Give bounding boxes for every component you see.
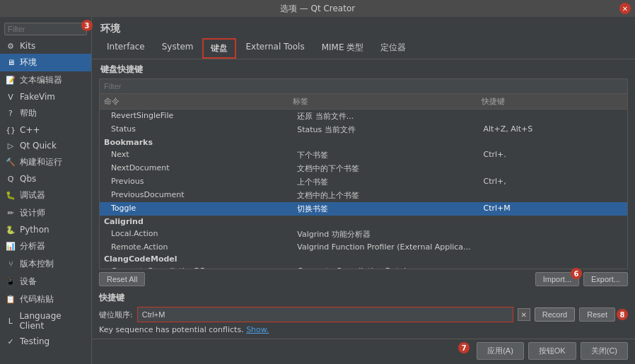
table-row[interactable]: Local.ActionValgrind 功能分析器: [100, 228, 627, 241]
conflict-warning: Key sequence has potential conflicts. Sh…: [99, 325, 628, 336]
reset-all-button[interactable]: Reset All: [99, 272, 145, 286]
sidebar-item-kits[interactable]: ⚙Kits: [0, 38, 91, 54]
sidebar-icon-env: 🖥: [6, 58, 16, 68]
row-shortcut: [484, 163, 623, 174]
section-title: 环境: [92, 17, 635, 38]
show-conflicts-link[interactable]: Show.: [246, 325, 269, 334]
sidebar-label-help: 帮助: [20, 107, 37, 119]
sidebar-label-build-run: 构建和运行: [20, 156, 62, 168]
window-title: 选项 — Qt Creator: [280, 3, 355, 15]
tab-interface[interactable]: Interface: [99, 38, 153, 59]
row-label: [293, 254, 482, 264]
sidebar-item-text-editor[interactable]: 📝文本编辑器: [0, 71, 91, 89]
key-sequence-input[interactable]: [137, 307, 513, 322]
row-label: Valgrind 功能分析器: [297, 229, 483, 240]
cancel-button[interactable]: 关闭(C): [581, 342, 628, 360]
sidebar-label-clipboard: 代码粘贴: [20, 293, 54, 305]
sidebar-label-text-editor: 文本编辑器: [20, 74, 62, 86]
sidebar-label-fakevim: FakeVim: [20, 92, 55, 102]
sidebar-label-kits: Kits: [20, 41, 35, 51]
badge-6: 6: [571, 268, 582, 279]
sidebar-icon-debugger: 🐛: [6, 191, 16, 201]
row-cmd: Caligrind: [104, 217, 293, 226]
sidebar-item-lang-client[interactable]: LLanguage Client: [0, 308, 91, 334]
header-command: 命令: [104, 96, 293, 107]
dialog-buttons: 7 应用(A) 按钮OK 关闭(C): [92, 339, 635, 364]
table-row[interactable]: Next下个书签Ctrl+.: [100, 148, 627, 162]
sidebar-icon-kits: ⚙: [6, 41, 16, 51]
ok-button[interactable]: 按钮OK: [528, 342, 576, 360]
sidebar-item-env[interactable]: 🖥环境: [0, 54, 91, 71]
sidebar-icon-analyzer: 📊: [6, 242, 16, 252]
row-label: 切换书签: [297, 204, 483, 214]
row-label: 文档中的上个书签: [297, 190, 483, 201]
shortcut-filter-container: [100, 79, 627, 94]
sidebar-label-devices: 设备: [20, 276, 37, 288]
table-row[interactable]: PreviousDocument文档中的上个书签: [100, 189, 627, 202]
sidebar-icon-help: ?: [6, 109, 16, 119]
sidebar-icon-python: 🐍: [6, 225, 16, 235]
sidebar-item-cpp[interactable]: {}C++: [0, 122, 91, 138]
shortcut-section-label: 快捷键: [99, 292, 628, 307]
close-button[interactable]: ✕: [619, 3, 631, 14]
filter-badge: 3: [81, 20, 93, 31]
sidebar-label-analyzer: 分析器: [20, 240, 45, 252]
row-cmd: Status: [104, 124, 297, 135]
header-label: 标签: [293, 96, 482, 107]
sidebar-item-designer[interactable]: ✏设计师: [0, 204, 91, 222]
tabs-bar: InterfaceSystem键盘External ToolsMIME 类型定位…: [92, 38, 635, 59]
sidebar-item-debugger[interactable]: 🐛调试器: [0, 187, 91, 204]
sidebar-item-help[interactable]: ?帮助: [0, 105, 91, 122]
sidebar-icon-build-run: 🔨: [6, 158, 16, 168]
apply-button[interactable]: 应用(A): [477, 342, 524, 360]
reset-button[interactable]: Reset: [579, 307, 615, 322]
table-row: ClangCodeModel: [100, 253, 627, 265]
tab-keyboard[interactable]: 键盘: [202, 38, 236, 59]
sidebar: 3 ⚙Kits🖥环境📝文本编辑器VFakeVim?帮助{}C++▷Qt Quic…: [0, 17, 92, 364]
record-button[interactable]: Record: [535, 307, 575, 322]
tab-locator[interactable]: 定位器: [373, 38, 414, 59]
tab-external-tools[interactable]: External Tools: [238, 38, 312, 59]
sidebar-item-devices[interactable]: 📱设备: [0, 273, 91, 290]
sidebar-icon-qt-quick: ▷: [6, 141, 16, 151]
row-cmd: GenerateCompilationDB: [104, 266, 297, 269]
sidebar-item-build-run[interactable]: 🔨构建和运行: [0, 153, 91, 171]
tab-system[interactable]: System: [154, 38, 202, 59]
tab-mime[interactable]: MIME 类型: [314, 38, 372, 59]
shortcut-filter-input[interactable]: [104, 82, 623, 90]
sidebar-item-qt-quick[interactable]: ▷Qt Quick: [0, 138, 91, 153]
sidebar-label-qt-quick: Qt Quick: [20, 141, 57, 151]
sidebar-filter-input[interactable]: [4, 23, 87, 35]
badge-8: 8: [617, 309, 628, 320]
sidebar-item-clipboard[interactable]: 📋代码粘贴: [0, 290, 91, 308]
row-cmd: Toggle: [104, 204, 297, 214]
sidebar-label-testing: Testing: [20, 336, 49, 346]
clear-key-sequence-button[interactable]: ✕: [518, 308, 530, 321]
sidebar-item-testing[interactable]: ✓Testing: [0, 334, 91, 349]
table-row: Caligrind: [100, 216, 627, 228]
key-sequence-label: 键位顺序:: [99, 310, 133, 320]
title-bar: 选项 — Qt Creator ✕: [0, 0, 635, 17]
export-button[interactable]: Export...: [583, 272, 628, 286]
sidebar-item-qbs[interactable]: QQbs: [0, 171, 91, 187]
sidebar-item-analyzer[interactable]: 📊分析器: [0, 237, 91, 255]
row-cmd: Bookmarks: [104, 138, 293, 147]
table-row[interactable]: NextDocument文档中的下个书签: [100, 162, 627, 175]
table-row[interactable]: GenerateCompilationDBGenerate Compilatio…: [100, 265, 627, 269]
table-row[interactable]: Previous上个书签Ctrl+,: [100, 175, 627, 189]
table-row[interactable]: StatusStatus 当前文件Alt+Z, Alt+S: [100, 123, 627, 136]
sidebar-icon-clipboard: 📋: [6, 295, 16, 305]
row-cmd: NextDocument: [104, 163, 297, 174]
table-row[interactable]: Remote.ActionValgrind Function Profiler …: [100, 241, 627, 253]
sidebar-item-version-ctrl[interactable]: ⑂版本控制: [0, 255, 91, 273]
row-cmd: Remote.Action: [104, 242, 297, 252]
sidebar-item-fakevim[interactable]: VFakeVim: [0, 89, 91, 105]
badge-7: 7: [458, 342, 470, 353]
sidebar-icon-devices: 📱: [6, 277, 16, 287]
shortcut-table-container: 命令 标签 快捷键 RevertSingleFile还原 当前文件...Stat…: [99, 78, 628, 269]
table-row[interactable]: RevertSingleFile还原 当前文件...: [100, 110, 627, 123]
sidebar-item-python[interactable]: 🐍Python: [0, 222, 91, 237]
row-cmd: ClangCodeModel: [104, 254, 293, 264]
sidebar-label-version-ctrl: 版本控制: [20, 258, 54, 270]
table-row[interactable]: Toggle切换书签Ctrl+M: [100, 202, 627, 216]
